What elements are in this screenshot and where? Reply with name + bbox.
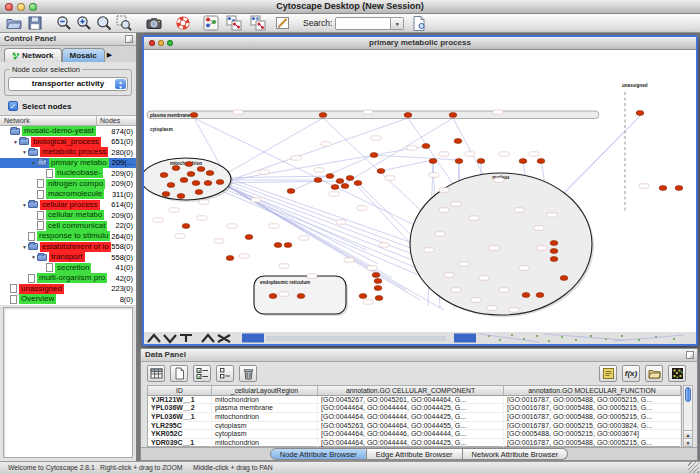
- snapshot-icon[interactable]: [146, 15, 162, 31]
- pan-hint-text: Middle-click + drag to PAN: [193, 462, 273, 474]
- help-icon[interactable]: [175, 15, 191, 31]
- control-panel-empty-area: [3, 307, 133, 458]
- delete-attribute-icon[interactable]: [239, 365, 257, 382]
- scrollbar-thumb[interactable]: [685, 387, 691, 402]
- zoom-in-icon[interactable]: [76, 15, 92, 31]
- tree-col-nodes[interactable]: Nodes: [97, 116, 136, 125]
- node-color-selection-legend: Node color selection: [10, 65, 82, 74]
- vizmapper-icon[interactable]: [203, 15, 219, 31]
- resize-grip[interactable]: [688, 462, 699, 473]
- network-window-titlebar[interactable]: primary metabolic process: [144, 37, 696, 50]
- network-view-window[interactable]: primary metabolic process plasma membran…: [142, 35, 698, 346]
- tree-item[interactable]: mosaic-demo-yeast874(0): [0, 126, 136, 137]
- network-canvas[interactable]: plasma membrane cytoplasm mitochondrion …: [144, 50, 696, 332]
- import-icon[interactable]: [645, 365, 663, 382]
- table-mode-icon[interactable]: [147, 365, 165, 382]
- tree-item[interactable]: ▼metabolic process280(0): [0, 147, 136, 158]
- folder-icon: [10, 128, 20, 135]
- tree-item[interactable]: cell communicat22(0): [0, 221, 136, 232]
- float-data-panel-icon[interactable]: [686, 351, 694, 359]
- tree-item[interactable]: response to stimulu264(0): [0, 231, 136, 242]
- column-header[interactable]: annotation.GO CELLULAR_COMPONENT: [318, 386, 504, 395]
- network-overlay-icon-1[interactable]: [226, 15, 242, 31]
- tree-item[interactable]: ▼primary metabo209(...: [0, 158, 136, 169]
- table-row[interactable]: YPL036W__1mitochondrion[GO:0044464, GO:0…: [148, 413, 681, 422]
- table-cell: [GO:0045263, GO:0044464, GO:0044455, G..…: [318, 422, 504, 430]
- search-label: Search:: [303, 18, 332, 28]
- zoom-selected-icon[interactable]: [116, 15, 132, 31]
- annotation-icon[interactable]: [275, 15, 291, 31]
- table-row[interactable]: YJR121W__1mitochondrion[GO:0045267, GO:0…: [148, 396, 681, 405]
- tree-item[interactable]: secretion41(0): [0, 263, 136, 274]
- network-tab-icon: [12, 52, 20, 60]
- file-icon: [37, 179, 44, 188]
- file-icon: [10, 284, 17, 293]
- network-overlay-icon-2[interactable]: [250, 15, 266, 31]
- unselect-attributes-icon[interactable]: [216, 365, 234, 382]
- tree-item[interactable]: nucleobase-209(0): [0, 168, 136, 179]
- close-window-button[interactable]: [5, 3, 13, 11]
- network-zoom-button[interactable]: [167, 40, 173, 46]
- table-row[interactable]: YPL036W__2plasma membrane[GO:0044464, GO…: [148, 404, 681, 413]
- function-icon[interactable]: f(x): [622, 365, 640, 382]
- node-color-select[interactable]: transporter activity ▲▼: [8, 77, 128, 91]
- zoom-out-icon[interactable]: [56, 15, 72, 31]
- tree-item[interactable]: ▼biological_process651(0): [0, 137, 136, 148]
- save-icon[interactable]: [27, 15, 43, 31]
- table-cell: mitochondrion: [212, 439, 318, 447]
- tree-item[interactable]: ▼transport558(0): [0, 252, 136, 263]
- matrix-icon[interactable]: [668, 365, 686, 382]
- network-minimize-button[interactable]: [158, 40, 164, 46]
- column-header[interactable]: annotation.GO MOLECULAR_FUNCTION: [504, 386, 681, 395]
- zoom-window-button[interactable]: [29, 3, 37, 11]
- search-options-icon[interactable]: [411, 15, 427, 31]
- data-panel-header: Data Panel: [141, 349, 697, 362]
- attribute-table[interactable]: ID_cellularLayoutRegionannotation.GO CEL…: [147, 385, 682, 447]
- file-icon: [10, 295, 17, 304]
- select-nodes-checkbox[interactable]: ✓: [8, 101, 18, 111]
- open-icon[interactable]: [6, 15, 22, 31]
- tab-mosaic[interactable]: Mosaic: [62, 48, 105, 62]
- notes-icon[interactable]: [599, 365, 617, 382]
- tree-item[interactable]: macromolecule311(0): [0, 189, 136, 200]
- tab-node-attribute-browser[interactable]: Node Attribute Browser: [270, 448, 367, 460]
- file-icon: [37, 211, 44, 220]
- folder-icon: [19, 138, 29, 145]
- tree-item[interactable]: ▼cellular process614(0): [0, 200, 136, 211]
- zoom-fit-icon[interactable]: [96, 15, 112, 31]
- tab-overflow-button[interactable]: ▶: [107, 48, 112, 62]
- tree-item[interactable]: cellular metabo209(0): [0, 210, 136, 221]
- table-cell: [GO:0016787, GO:0005488, GO:0005215, G..…: [504, 439, 681, 447]
- table-row[interactable]: YLR295Ccytoplasm[GO:0045263, GO:0044464,…: [148, 422, 681, 431]
- tree-item[interactable]: ▼establishment of lo558(0): [0, 242, 136, 253]
- tab-network[interactable]: Network: [4, 48, 62, 62]
- table-scrollbar[interactable]: ▲ ▼: [683, 385, 693, 447]
- control-panel-header: Control Panel: [0, 33, 136, 46]
- table-row[interactable]: YKR052Ccytoplasm[GO:0044464, GO:0044446,…: [148, 430, 681, 439]
- tab-edge-attribute-browser[interactable]: Edge Attribute Browser: [367, 448, 463, 460]
- tree-column-header: Network Nodes: [0, 115, 136, 126]
- scroll-up-button[interactable]: ▲: [684, 430, 692, 438]
- column-header[interactable]: _cellularLayoutRegion: [212, 386, 318, 395]
- float-panel-icon[interactable]: [125, 35, 133, 43]
- tree-item[interactable]: multi-organism pro42(0): [0, 273, 136, 284]
- table-cell: plasma membrane: [212, 404, 318, 412]
- search-input[interactable]: [335, 17, 391, 30]
- column-header[interactable]: ID: [148, 386, 212, 395]
- cytoplasm-label: cytoplasm: [150, 127, 173, 132]
- tree-item[interactable]: unassigned223(0): [0, 284, 136, 295]
- tree-col-network[interactable]: Network: [0, 116, 97, 125]
- table-cell: mitochondrion: [212, 396, 318, 404]
- table-cell: [GO:0016787, GO:0005215, GO:0003824, G..…: [504, 422, 681, 430]
- new-attribute-icon[interactable]: [170, 365, 188, 382]
- network-close-button[interactable]: [149, 40, 155, 46]
- minimize-window-button[interactable]: [17, 3, 25, 11]
- tree-item[interactable]: Overview8(0): [0, 294, 136, 305]
- tree-item[interactable]: nitrogen compo209(0): [0, 179, 136, 190]
- nucleus-region[interactable]: [410, 173, 592, 315]
- search-dropdown-button[interactable]: ▼: [391, 17, 404, 30]
- select-attributes-icon[interactable]: [193, 365, 211, 382]
- scroll-down-button[interactable]: ▼: [684, 438, 692, 446]
- attribute-browser-tabs: Node Attribute BrowserEdge Attribute Bro…: [141, 447, 697, 460]
- tab-network-attribute-browser[interactable]: Network Attribute Browser: [463, 448, 569, 460]
